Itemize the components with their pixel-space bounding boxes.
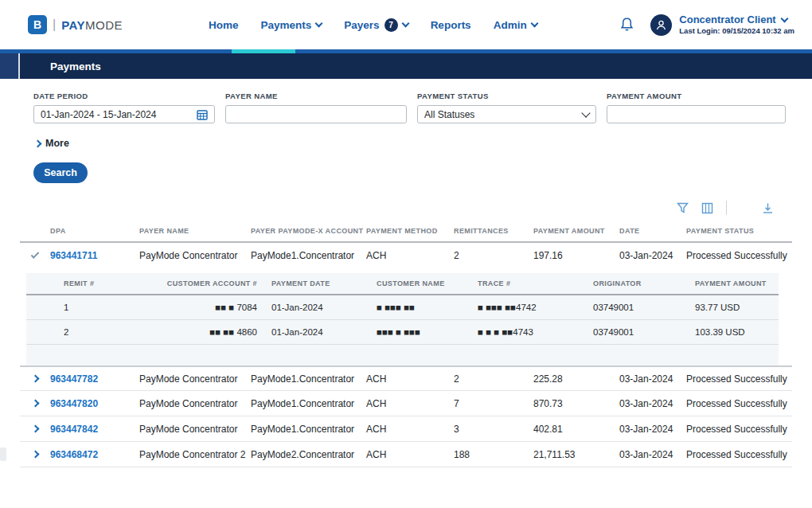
cell-payer-name: PayMode Concentrator xyxy=(139,424,251,435)
calendar-icon[interactable] xyxy=(197,109,208,120)
brand-logo[interactable]: B | PAYMODE xyxy=(28,15,123,34)
more-filters-toggle[interactable]: More xyxy=(35,138,812,149)
subtable-header-row: REMIT # CUSTOMER ACCOUNT # PAYMENT DATE … xyxy=(26,273,779,295)
chevron-right-icon xyxy=(31,425,39,433)
cell-date: 03-Jan-2024 xyxy=(619,250,686,261)
user-menu[interactable]: Concentrator Client Last Login: 09/15/20… xyxy=(650,14,794,36)
chevron-right-icon xyxy=(34,139,42,147)
search-button[interactable]: Search xyxy=(33,162,88,183)
cell-amount: 21,711.53 xyxy=(533,449,619,460)
col-date[interactable]: DATE xyxy=(619,227,686,235)
table-row: 963447842 PayMode Concentrator PayMode1.… xyxy=(20,416,792,442)
cell-date: 03-Jan-2024 xyxy=(619,449,686,460)
nav-admin[interactable]: Admin xyxy=(494,19,537,31)
expand-row-button[interactable] xyxy=(20,426,50,432)
subcell-amount: 103.39 USD xyxy=(695,327,779,337)
date-period-label: DATE PERIOD xyxy=(33,92,215,100)
nav-payments[interactable]: Payments xyxy=(261,19,322,31)
download-icon[interactable] xyxy=(762,202,774,214)
col-method[interactable]: PAYMENT METHOD xyxy=(366,227,454,235)
expand-row-button[interactable] xyxy=(20,401,50,406)
remittance-subtable: REMIT # CUSTOMER ACCOUNT # PAYMENT DATE … xyxy=(26,273,779,365)
table-row: 963447820 PayMode Concentrator PayMode1.… xyxy=(20,391,792,416)
table-row: 963441711 PayMode Concentrator PayMode1.… xyxy=(20,243,792,268)
subcell-remit: 2 xyxy=(64,327,166,337)
cell-method: ACH xyxy=(366,398,454,409)
dpa-link[interactable]: 963447820 xyxy=(50,398,139,409)
chevron-down-icon xyxy=(315,19,323,27)
notifications-bell-icon[interactable] xyxy=(619,17,634,33)
cell-amount: 402.81 xyxy=(533,424,619,435)
user-name: Concentrator Client xyxy=(679,14,775,26)
cell-date: 03-Jan-2024 xyxy=(619,373,686,385)
cell-account: PayMode1.Concentrator xyxy=(251,424,366,435)
cell-status: Processed Successfully xyxy=(686,424,792,435)
cell-method: ACH xyxy=(366,373,454,385)
payer-name-input[interactable] xyxy=(232,109,400,120)
main-nav: Home Payments Payers 7 Reports Admin xyxy=(209,18,537,32)
date-period-value[interactable] xyxy=(41,109,192,120)
avatar xyxy=(650,14,672,36)
cell-status: Processed Successfully xyxy=(686,449,792,460)
subcell-customer-name: ■■■ ■ ■■■ xyxy=(377,327,478,337)
col-status[interactable]: PAYMENT STATUS xyxy=(686,227,792,235)
nav-reports-label: Reports xyxy=(431,19,471,31)
cell-remittances: 188 xyxy=(454,449,533,460)
cell-payer-name: PayMode Concentrator xyxy=(139,250,251,261)
dpa-link[interactable]: 963441711 xyxy=(50,250,139,261)
nav-payers[interactable]: Payers 7 xyxy=(344,18,408,32)
subtable-row: 2 ■■ ■■ 4860 01-Jan-2024 ■■■ ■ ■■■ ■ ■ ■… xyxy=(26,320,779,345)
payment-status-label: PAYMENT STATUS xyxy=(417,92,596,100)
dpa-link[interactable]: 963447842 xyxy=(50,424,139,435)
brand-name: PAYMODE xyxy=(61,18,123,32)
expand-row-button[interactable] xyxy=(20,451,50,457)
page-title-bar-main: Payments xyxy=(20,53,812,79)
nav-payments-label: Payments xyxy=(261,19,312,31)
nav-home-label: Home xyxy=(209,19,239,31)
subcell-payment-date: 01-Jan-2024 xyxy=(271,303,377,312)
payments-table: DPA PAYER NAME PAYER PAYMODE-X ACCOUNT P… xyxy=(20,227,792,467)
columns-icon[interactable] xyxy=(701,202,713,214)
nav-underline-strip xyxy=(0,49,812,53)
brand-logo-icon: B xyxy=(28,15,47,34)
table-row: 963468472 PayMode Concentrator 2 PayMode… xyxy=(20,442,792,467)
col-amount[interactable]: PAYMENT AMOUNT xyxy=(533,227,619,235)
nav-reports[interactable]: Reports xyxy=(431,19,471,31)
payment-amount-input[interactable] xyxy=(614,109,779,120)
col-payer-name[interactable]: PAYER NAME xyxy=(139,227,251,235)
dpa-link[interactable]: 963468472 xyxy=(50,449,139,460)
date-period-input[interactable] xyxy=(33,105,215,123)
scrollbar-fragment xyxy=(0,447,6,461)
user-texts: Concentrator Client Last Login: 09/15/20… xyxy=(679,14,794,36)
brand-name-bold: PAY xyxy=(61,18,85,32)
nav-home[interactable]: Home xyxy=(209,19,239,31)
payer-name-label: PAYER NAME xyxy=(225,92,407,100)
subcol-customer-account: CUSTOMER ACCOUNT # xyxy=(166,279,271,287)
col-account[interactable]: PAYER PAYMODE-X ACCOUNT xyxy=(251,227,366,235)
more-label: More xyxy=(45,138,69,149)
topbar-right: Concentrator Client Last Login: 09/15/20… xyxy=(619,0,794,49)
cell-account: PayMode2.Concentrator xyxy=(251,449,366,460)
subcell-customer-name: ■ ■■■ ■■ xyxy=(377,303,478,312)
subcell-originator: 03749001 xyxy=(593,327,695,337)
payment-status-select[interactable]: All Statuses xyxy=(417,105,596,123)
chevron-down-icon xyxy=(401,19,409,27)
last-login: Last Login: 09/15/2024 10:32 am xyxy=(679,26,794,36)
expand-row-button[interactable] xyxy=(20,376,50,381)
cell-account: PayMode1.Concentrator xyxy=(251,250,366,261)
col-remittances[interactable]: REMITTANCES xyxy=(454,227,533,235)
brand-divider: | xyxy=(53,18,56,32)
dpa-link[interactable]: 963447782 xyxy=(50,373,139,385)
filter-icon[interactable] xyxy=(677,202,689,214)
table-header-row: DPA PAYER NAME PAYER PAYMODE-X ACCOUNT P… xyxy=(20,227,792,243)
cell-account: PayMode1.Concentrator xyxy=(251,373,366,385)
subcol-customer-name: CUSTOMER NAME xyxy=(377,279,478,287)
cell-remittances: 2 xyxy=(454,250,533,261)
page-title: Payments xyxy=(50,61,101,72)
col-dpa[interactable]: DPA xyxy=(50,227,139,235)
subcol-trace: TRACE # xyxy=(478,279,593,287)
subtable-row: 1 ■■ ■ 7084 01-Jan-2024 ■ ■■■ ■■ ■ ■■■ ■… xyxy=(26,295,779,320)
cell-date: 03-Jan-2024 xyxy=(619,398,686,409)
collapse-row-button[interactable] xyxy=(20,255,50,256)
date-period-field: DATE PERIOD xyxy=(33,92,215,123)
